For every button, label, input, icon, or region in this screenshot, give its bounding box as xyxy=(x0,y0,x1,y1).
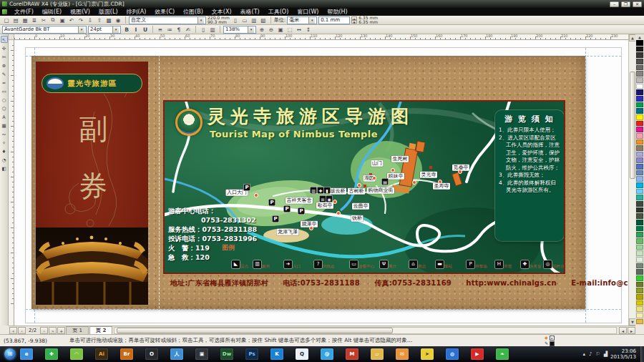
menu-item[interactable]: 版面(L) xyxy=(94,8,122,16)
landscape-icon[interactable]: ▭ xyxy=(240,16,249,24)
taskbar-360-safe[interactable]: ✚ xyxy=(45,348,58,360)
menu-item[interactable]: 文件(F) xyxy=(10,8,38,16)
vertical-ruler[interactable] xyxy=(9,40,14,326)
copy-icon[interactable]: ⧉ xyxy=(49,16,57,24)
zoom-width-icon[interactable]: ↔ xyxy=(295,26,303,34)
maximize-button[interactable]: ❐ xyxy=(621,1,630,7)
taskbar-browser[interactable]: @ xyxy=(321,348,333,360)
taskbar-aliwangwang[interactable]: 人 xyxy=(170,348,183,360)
open-icon[interactable]: ▤ xyxy=(11,16,20,24)
minimize-button[interactable]: – xyxy=(610,1,619,7)
vertical-scrollbar[interactable]: ▲ ▼ xyxy=(628,34,635,326)
taskbar-media-player[interactable]: ▣ xyxy=(195,348,208,360)
palette-swatch[interactable] xyxy=(636,157,643,163)
freehand-tool[interactable]: ✎ xyxy=(1,70,8,77)
taskbar-office[interactable]: O xyxy=(145,348,158,360)
tray-icon[interactable]: ▟ xyxy=(604,351,608,357)
next-page-button[interactable]: › xyxy=(40,327,48,334)
palette-swatch[interactable] xyxy=(636,213,643,219)
guide-line[interactable] xyxy=(585,48,586,323)
menu-item[interactable]: 视图(V) xyxy=(66,8,94,16)
alignment-icon[interactable]: ≡ xyxy=(156,26,165,34)
palette-swatch[interactable] xyxy=(636,59,643,64)
italic-button[interactable]: I xyxy=(132,26,140,34)
export-icon[interactable]: ⇧ xyxy=(95,16,104,24)
tray-icon[interactable]: ▴ xyxy=(582,351,585,357)
drawing-canvas[interactable]: 靈光寺旅游區 副 券 xyxy=(14,40,628,326)
menu-item[interactable]: 帮助(H) xyxy=(323,8,351,16)
start-button[interactable]: ⊞ xyxy=(4,348,16,360)
scroll-right-icon[interactable]: ▸ xyxy=(628,327,635,334)
taskbar-pptv[interactable]: ▶ xyxy=(471,348,484,360)
taskbar-illustrator[interactable]: Ai xyxy=(95,348,108,360)
palette-swatch[interactable] xyxy=(636,133,643,139)
rectangle-tool[interactable]: ▭ xyxy=(1,87,8,94)
print-icon[interactable]: ≣ xyxy=(30,16,39,24)
vertical-scroll-thumb[interactable] xyxy=(630,72,635,179)
palette-swatch[interactable] xyxy=(636,300,643,306)
redo-icon[interactable]: ↷ xyxy=(77,16,85,24)
palette-swatch[interactable] xyxy=(636,52,643,58)
zoom-selected-icon[interactable]: ▣ xyxy=(276,26,285,34)
smart-fill-tool[interactable]: ≈ xyxy=(1,79,8,86)
scroll-left-icon[interactable]: ◂ xyxy=(619,327,627,334)
menu-item[interactable]: 工具(O) xyxy=(264,8,293,16)
fill-tool[interactable]: ◔ xyxy=(1,156,8,163)
cut-icon[interactable]: ✂ xyxy=(39,16,48,24)
zoom-tool[interactable]: ⊕ xyxy=(1,62,8,69)
palette-swatch[interactable] xyxy=(636,250,643,256)
prev-page-button[interactable]: ‹ xyxy=(18,327,26,334)
palette-swatch[interactable] xyxy=(636,176,643,182)
taskbar-360-browser[interactable]: ◠ xyxy=(70,348,83,360)
palette-swatch[interactable] xyxy=(636,77,643,83)
palette-swatch[interactable] xyxy=(636,152,643,157)
palette-swatch[interactable] xyxy=(636,207,643,213)
palette-swatch[interactable] xyxy=(636,201,643,207)
font-size-combo[interactable]: 24pt ▾ xyxy=(88,26,121,34)
save-icon[interactable]: ▦ xyxy=(21,16,29,24)
palette-swatch[interactable] xyxy=(636,65,643,71)
app-launcher-icon[interactable]: ▩ xyxy=(104,16,113,24)
underline-button[interactable]: U xyxy=(141,26,150,34)
palette-swatch[interactable] xyxy=(636,226,643,232)
menu-item[interactable]: 排列(A) xyxy=(122,8,151,16)
add-page-button[interactable]: + xyxy=(57,327,65,334)
taskbar-ie[interactable]: e xyxy=(20,348,33,360)
menu-item[interactable]: 效果(C) xyxy=(150,8,179,16)
zoom-all-icon[interactable]: ⬚ xyxy=(286,26,294,34)
taskbar-thunder[interactable]: ➤ xyxy=(421,348,434,360)
menu-item[interactable]: 编辑(E) xyxy=(38,8,66,16)
font-combo[interactable]: AvantGarde Bk BT ▾ xyxy=(2,26,87,34)
edit-text-icon[interactable]: ✍ xyxy=(184,26,192,34)
tray-icon[interactable]: ⚐ xyxy=(595,351,600,357)
palette-swatch[interactable] xyxy=(636,294,643,300)
ticket-stub[interactable]: 靈光寺旅游區 副 券 xyxy=(36,62,148,305)
table-tool[interactable]: ▦ xyxy=(1,122,8,129)
menu-item[interactable]: 位图(B) xyxy=(179,8,208,16)
palette-swatch[interactable] xyxy=(636,288,643,293)
single-column-icon[interactable]: ▯ xyxy=(199,26,208,34)
palette-swatch[interactable] xyxy=(636,114,643,120)
horizontal-scroll-thumb[interactable] xyxy=(117,328,392,333)
guide-line[interactable] xyxy=(26,309,621,310)
paste-icon[interactable]: ▣ xyxy=(58,16,67,24)
taskbar-folder[interactable]: ▱ xyxy=(371,348,384,360)
nudge-input[interactable]: 0.1 mm xyxy=(318,16,350,24)
palette-swatch[interactable] xyxy=(636,127,643,132)
palette-swatch[interactable] xyxy=(636,40,643,46)
palette-swatch[interactable] xyxy=(636,257,643,263)
nudge-spinner[interactable]: ▲▼ xyxy=(351,16,357,24)
last-page-button[interactable]: » xyxy=(49,327,57,334)
guide-line[interactable] xyxy=(34,48,35,323)
page-tab[interactable]: 页 1 xyxy=(66,326,89,334)
outline-tool[interactable]: ♦ xyxy=(1,147,8,155)
undo-icon[interactable]: ↶ xyxy=(67,16,76,24)
palette-swatch[interactable] xyxy=(636,238,643,244)
palette-swatch[interactable] xyxy=(636,282,643,288)
taskbar-foxmail[interactable]: ✉ xyxy=(396,348,409,360)
taskbar-photoshop[interactable]: Ps xyxy=(245,348,258,360)
palette-swatch[interactable] xyxy=(636,263,643,269)
palette-swatch[interactable] xyxy=(636,71,643,77)
palette-swatch[interactable] xyxy=(636,108,643,114)
taskbar-qq[interactable]: Q xyxy=(296,348,308,360)
